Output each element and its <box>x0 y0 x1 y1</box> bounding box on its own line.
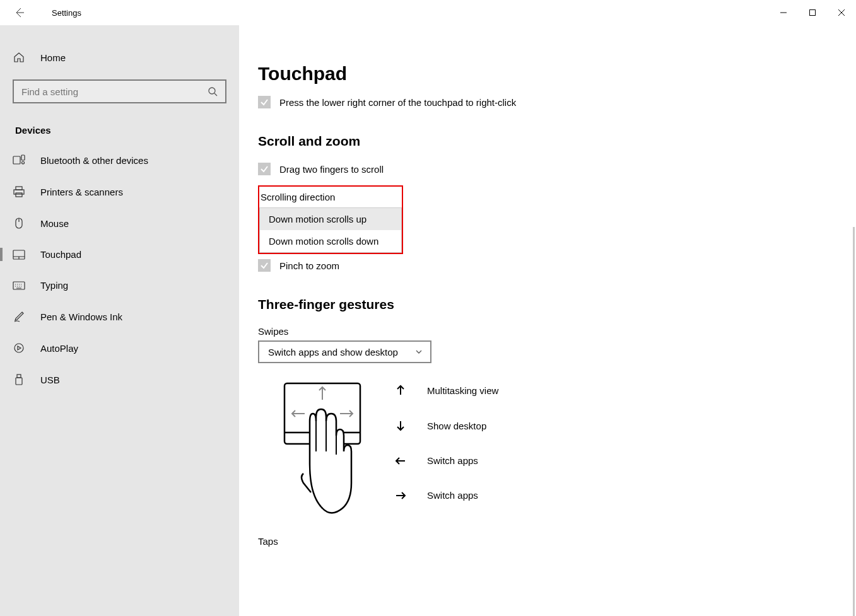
sidebar-item-label: Typing <box>40 280 68 291</box>
sidebar-home-label: Home <box>40 52 66 63</box>
svg-rect-2 <box>13 156 20 164</box>
pen-icon <box>13 311 25 322</box>
sidebar-item-label: Bluetooth & other devices <box>40 155 148 166</box>
three-finger-section-title: Three-finger gestures <box>258 297 831 312</box>
pinch-zoom-checkbox-row[interactable]: Pinch to zoom <box>258 259 831 272</box>
gesture-left-label: Switch apps <box>427 455 478 466</box>
autoplay-icon <box>13 342 25 354</box>
taps-label: Taps <box>258 536 831 547</box>
gesture-down-label: Show desktop <box>427 421 486 431</box>
swipes-label: Swipes <box>258 326 831 337</box>
sidebar-item-label: Touchpad <box>40 249 81 260</box>
sidebar-item-label: USB <box>40 375 60 385</box>
checkbox-checked-icon <box>258 96 271 108</box>
sidebar-item-autoplay[interactable]: AutoPlay <box>0 332 239 364</box>
printer-icon <box>13 186 25 197</box>
sidebar-item-label: Pen & Windows Ink <box>40 311 122 322</box>
arrow-up-icon <box>394 385 407 396</box>
touchpad-illustration <box>281 382 363 527</box>
scrollbar[interactable] <box>853 227 855 616</box>
mouse-icon <box>13 218 25 229</box>
scroll-option-up[interactable]: Down motion scrolls up <box>260 208 401 230</box>
back-button[interactable] <box>11 5 26 20</box>
gesture-right-row: Switch apps <box>394 490 498 501</box>
arrow-left-icon <box>394 456 407 466</box>
scroll-zoom-section-title: Scroll and zoom <box>258 134 831 149</box>
svg-rect-0 <box>810 10 816 16</box>
touchpad-icon <box>13 250 25 260</box>
usb-icon <box>13 374 25 385</box>
chevron-down-icon <box>415 348 423 356</box>
svg-rect-13 <box>16 378 22 385</box>
search-icon <box>208 86 218 96</box>
maximize-button[interactable] <box>798 0 827 25</box>
scroll-option-down[interactable]: Down motion scrolls down <box>260 230 401 252</box>
sidebar-item-touchpad[interactable]: Touchpad <box>0 239 239 270</box>
arrow-right-icon <box>394 491 407 501</box>
checkbox-checked-icon <box>258 163 271 175</box>
sidebar-item-label: Mouse <box>40 218 69 229</box>
gesture-left-row: Switch apps <box>394 455 498 466</box>
sidebar-item-pen[interactable]: Pen & Windows Ink <box>0 301 239 332</box>
sidebar-item-typing[interactable]: Typing <box>0 270 239 301</box>
right-click-label: Press the lower right corner of the touc… <box>279 97 516 108</box>
right-click-checkbox-row[interactable]: Press the lower right corner of the touc… <box>258 96 831 108</box>
bluetooth-icon <box>13 154 25 166</box>
sidebar-item-label: AutoPlay <box>40 343 78 354</box>
scrolling-direction-options: Down motion scrolls up Down motion scrol… <box>259 207 402 253</box>
sidebar: Home Devices Bluetooth & other devices <box>0 25 239 616</box>
search-input-container[interactable] <box>13 79 226 103</box>
checkbox-checked-icon <box>258 259 271 272</box>
keyboard-icon <box>13 281 25 290</box>
svg-point-1 <box>209 88 215 94</box>
minimize-button[interactable] <box>769 0 798 25</box>
gesture-up-label: Multitasking view <box>427 385 498 396</box>
pinch-zoom-label: Pinch to zoom <box>279 260 339 271</box>
scrolling-direction-dropdown[interactable]: Scrolling direction Down motion scrolls … <box>258 185 403 254</box>
swipes-dropdown[interactable]: Switch apps and show desktop <box>258 340 431 363</box>
home-icon <box>13 52 25 63</box>
sidebar-category: Devices <box>0 110 239 144</box>
sidebar-item-bluetooth[interactable]: Bluetooth & other devices <box>0 144 239 176</box>
swipes-value: Switch apps and show desktop <box>268 347 398 357</box>
close-button[interactable] <box>827 0 856 25</box>
gesture-right-label: Switch apps <box>427 490 478 501</box>
svg-point-4 <box>22 161 25 164</box>
sidebar-item-label: Printers & scanners <box>40 187 123 197</box>
svg-rect-7 <box>16 193 22 197</box>
sidebar-item-printers[interactable]: Printers & scanners <box>0 176 239 207</box>
app-title: Settings <box>52 8 81 18</box>
drag-scroll-label: Drag two fingers to scroll <box>279 164 384 175</box>
sidebar-item-mouse[interactable]: Mouse <box>0 207 239 239</box>
sidebar-home[interactable]: Home <box>0 44 239 71</box>
svg-rect-3 <box>21 155 25 160</box>
drag-scroll-checkbox-row[interactable]: Drag two fingers to scroll <box>258 163 831 175</box>
svg-rect-12 <box>17 375 21 378</box>
page-title: Touchpad <box>258 63 831 84</box>
content-area: Touchpad Press the lower right corner of… <box>239 25 856 616</box>
svg-point-11 <box>15 344 23 352</box>
search-input[interactable] <box>21 86 208 97</box>
svg-rect-5 <box>16 187 22 190</box>
sidebar-item-usb[interactable]: USB <box>0 364 239 395</box>
scrolling-direction-label: Scrolling direction <box>259 187 402 207</box>
arrow-down-icon <box>394 420 407 431</box>
gesture-up-row: Multitasking view <box>394 385 498 396</box>
gesture-down-row: Show desktop <box>394 420 498 431</box>
